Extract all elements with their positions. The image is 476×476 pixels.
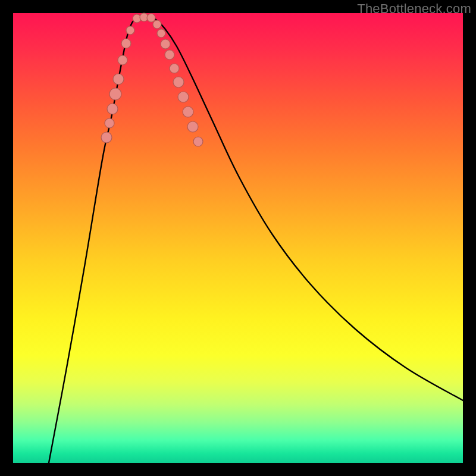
bead bbox=[126, 26, 134, 35]
bead bbox=[147, 14, 155, 22]
bead bbox=[118, 55, 127, 65]
bead bbox=[113, 74, 124, 84]
bead bbox=[107, 104, 118, 114]
bead bbox=[105, 118, 114, 128]
bead bbox=[161, 39, 170, 49]
right-curve bbox=[150, 17, 463, 400]
bead bbox=[187, 121, 198, 132]
bead bbox=[183, 107, 193, 117]
bead bbox=[173, 77, 184, 87]
bead bbox=[101, 132, 112, 143]
bead-cluster bbox=[101, 13, 203, 146]
bead bbox=[157, 29, 165, 37]
bead bbox=[193, 137, 203, 146]
bottleneck-plot bbox=[13, 13, 463, 463]
bead bbox=[178, 92, 189, 102]
watermark-text: TheBottleneck.com bbox=[357, 1, 471, 17]
left-curve bbox=[49, 17, 138, 463]
bead bbox=[170, 64, 179, 73]
bead bbox=[153, 20, 161, 29]
chart-frame bbox=[13, 13, 463, 463]
bead bbox=[165, 50, 174, 60]
bead bbox=[121, 39, 131, 48]
bead bbox=[109, 88, 121, 100]
